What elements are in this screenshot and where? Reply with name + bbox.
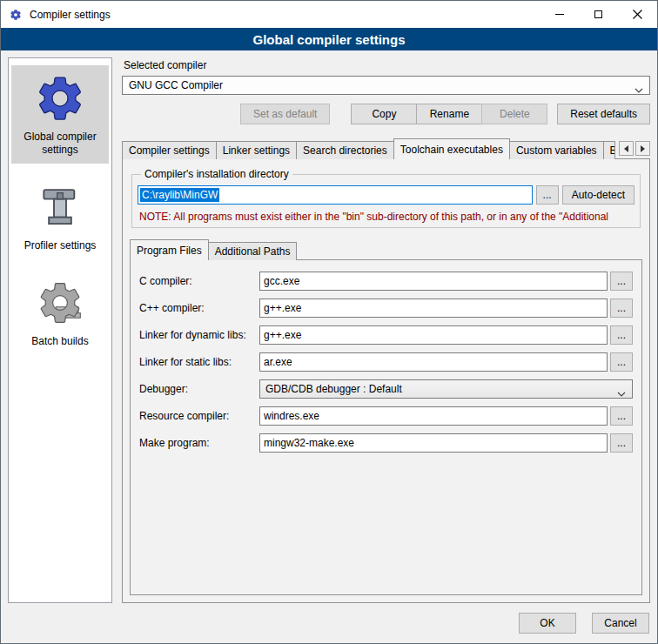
dynamic-linker-input[interactable] <box>259 325 608 345</box>
compiler-select[interactable]: GNU GCC Compiler <box>122 76 650 95</box>
toolchain-executables-panel: Compiler's installation directory C:\ray… <box>122 158 650 603</box>
installation-directory-input[interactable]: C:\raylib\MinGW <box>138 185 533 205</box>
selected-compiler-label: Selected compiler <box>124 59 650 71</box>
installation-directory-row: C:\raylib\MinGW ... Auto-detect <box>138 185 634 205</box>
settings-sidebar: Global compiler settings Profiler settin… <box>8 57 112 603</box>
maximize-icon <box>594 10 602 18</box>
cancel-button[interactable]: Cancel <box>592 613 649 634</box>
browse-button[interactable]: ... <box>610 352 633 372</box>
debugger-select[interactable]: GDB/CDB debugger : Default <box>259 379 633 399</box>
dynamic-linker-row: Linker for dynamic libs: ... <box>139 325 633 345</box>
gray-gear-icon <box>32 275 88 331</box>
static-linker-row: Linker for static libs: ... <box>139 352 633 372</box>
sidebar-item-batch-builds[interactable]: Batch builds <box>11 270 109 355</box>
window-titlebar: Compiler settings <box>1 1 657 28</box>
tab-compiler-settings[interactable]: Compiler settings <box>122 141 217 159</box>
tab-scroll-buttons <box>615 141 650 158</box>
page-title: Global compiler settings <box>1 28 657 50</box>
main-panel: Selected compiler GNU GCC Compiler Set a… <box>122 57 650 603</box>
compiler-select-value: GNU GCC Compiler <box>129 79 223 91</box>
c-compiler-input[interactable] <box>259 272 608 291</box>
make-program-input[interactable] <box>259 433 608 453</box>
debugger-select-value: GDB/CDB debugger : Default <box>265 383 402 395</box>
installation-directory-group-title: Compiler's installation directory <box>141 168 292 180</box>
installation-directory-value: C:\raylib\MinGW <box>140 188 219 202</box>
resource-compiler-row: Resource compiler: ... <box>139 406 633 426</box>
chevron-down-icon <box>617 387 626 399</box>
minimize-icon <box>555 14 564 15</box>
field-label: C compiler: <box>139 275 259 287</box>
sidebar-item-label: Global compiler settings <box>13 131 107 157</box>
subtab-program-files[interactable]: Program Files <box>130 239 209 260</box>
browse-button[interactable]: ... <box>610 406 633 426</box>
close-icon <box>633 10 642 19</box>
autodetect-button[interactable]: Auto-detect <box>562 185 634 205</box>
field-label: Linker for dynamic libs: <box>139 329 259 341</box>
field-label: Debugger: <box>139 383 259 395</box>
field-label: Resource compiler: <box>139 410 259 422</box>
window-gear-icon <box>9 8 23 22</box>
cpp-compiler-row: C++ compiler: ... <box>139 299 633 318</box>
tab-toolchain-executables[interactable]: Toolchain executables <box>393 138 510 159</box>
settings-tabbar: Compiler settings Linker settings Search… <box>122 138 650 158</box>
field-label: Linker for static libs: <box>139 356 259 368</box>
debugger-row: Debugger: GDB/CDB debugger : Default <box>139 379 633 399</box>
window-caption-buttons <box>540 1 657 28</box>
window-title: Compiler settings <box>30 9 111 21</box>
sidebar-item-global-compiler-settings[interactable]: Global compiler settings <box>11 65 109 164</box>
tab-build-options[interactable]: Buil <box>603 141 615 159</box>
browse-directory-button[interactable]: ... <box>536 185 559 205</box>
close-button[interactable] <box>618 1 657 28</box>
dialog-footer: OK Cancel <box>1 603 657 643</box>
c-compiler-row: C compiler: ... <box>139 272 633 291</box>
sidebar-item-label: Profiler settings <box>24 239 97 252</box>
program-files-panel: C compiler: ... C++ compiler: ... Linker… <box>130 259 642 595</box>
subtab-additional-paths[interactable]: Additional Paths <box>208 242 298 260</box>
set-as-default-button[interactable]: Set as default <box>240 104 330 124</box>
ok-button[interactable]: OK <box>519 613 576 634</box>
tab-search-directories[interactable]: Search directories <box>296 141 394 159</box>
chevron-down-icon <box>634 84 643 95</box>
sidebar-item-profiler-settings[interactable]: Profiler settings <box>11 174 109 259</box>
tab-custom-variables[interactable]: Custom variables <box>509 141 604 159</box>
profiler-tool-icon <box>32 179 88 235</box>
resource-compiler-input[interactable] <box>259 406 608 426</box>
tab-linker-settings[interactable]: Linker settings <box>216 141 297 159</box>
reset-defaults-button[interactable]: Reset defaults <box>557 104 650 124</box>
field-label: Make program: <box>139 437 259 449</box>
program-files-tabbar: Program Files Additional Paths <box>130 238 642 259</box>
delete-button[interactable]: Delete <box>481 104 547 124</box>
rename-button[interactable]: Rename <box>416 104 482 124</box>
installation-directory-group: Compiler's installation directory C:\ray… <box>131 168 641 228</box>
arrow-left-icon <box>624 145 628 152</box>
note-text: NOTE: All programs must exist either in … <box>139 211 633 223</box>
compiler-settings-dialog: Compiler settings Global compiler settin… <box>0 0 658 644</box>
browse-button[interactable]: ... <box>610 272 633 291</box>
browse-button[interactable]: ... <box>610 433 633 453</box>
maximize-button[interactable] <box>579 1 618 28</box>
cpp-compiler-input[interactable] <box>259 299 608 318</box>
field-label: C++ compiler: <box>139 302 259 314</box>
tab-scroll-right-button[interactable] <box>635 141 650 156</box>
make-program-row: Make program: ... <box>139 433 633 453</box>
browse-button[interactable]: ... <box>610 325 633 345</box>
sidebar-item-label: Batch builds <box>31 335 88 348</box>
static-linker-input[interactable] <box>259 352 608 372</box>
minimize-button[interactable] <box>540 1 579 28</box>
blue-gear-icon <box>32 70 88 126</box>
tab-scroll-left-button[interactable] <box>619 141 634 156</box>
compiler-button-row: Set as default Copy Rename Delete Reset … <box>122 104 650 124</box>
arrow-right-icon <box>641 145 645 152</box>
copy-button[interactable]: Copy <box>351 104 417 124</box>
dialog-content: Global compiler settings Profiler settin… <box>1 50 657 603</box>
browse-button[interactable]: ... <box>610 299 633 318</box>
